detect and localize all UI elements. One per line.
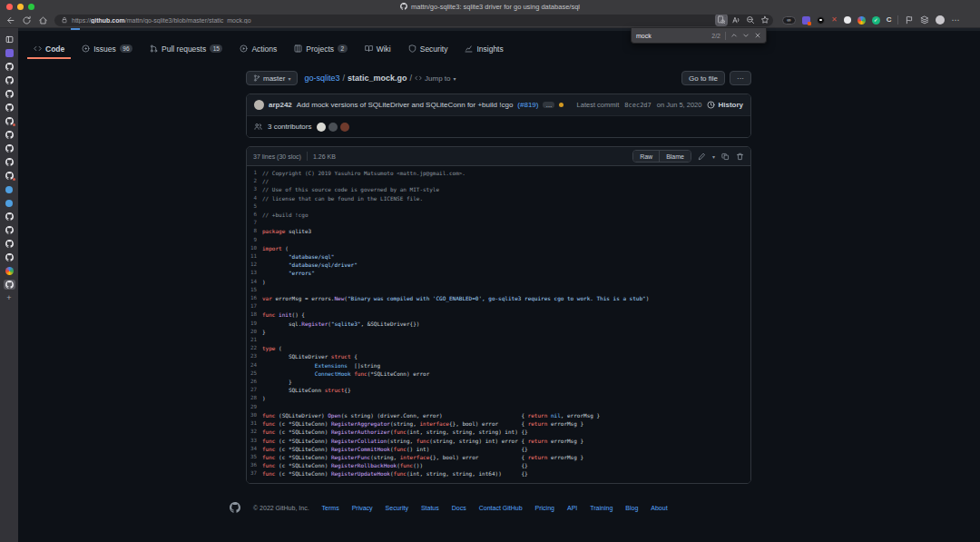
home-icon[interactable] [38, 15, 48, 25]
repo-tab-issues[interactable]: Issues96 [75, 40, 139, 59]
browser-tab-github[interactable] [4, 62, 15, 72]
new-tab-button[interactable]: + [4, 293, 15, 303]
collections-flag-icon[interactable] [905, 15, 914, 25]
line-number[interactable]: 8 [247, 227, 262, 235]
extension-icon[interactable]: C [887, 16, 892, 24]
browser-tab-github[interactable] [4, 225, 15, 235]
address-bar[interactable]: https://github.com/mattn/go-sqlite3/blob… [54, 15, 773, 26]
commit-ellipsis-badge[interactable]: … [543, 102, 554, 108]
history-link[interactable]: History [707, 101, 743, 109]
jump-to-control[interactable]: Jump to ▾ [415, 74, 456, 83]
find-bar[interactable]: mock 2/2 [631, 28, 767, 44]
browser-tab-github[interactable] [4, 89, 15, 99]
line-number[interactable]: 31 [247, 419, 262, 428]
contributor-avatar[interactable] [328, 123, 338, 132]
footer-link-about[interactable]: About [651, 505, 667, 511]
line-number[interactable]: 36 [247, 461, 262, 469]
line-number[interactable]: 37 [247, 469, 262, 478]
line-number[interactable]: 32 [247, 428, 262, 436]
browser-tab-github[interactable] [4, 212, 15, 222]
line-number[interactable]: 11 [247, 252, 262, 261]
footer-link-security[interactable]: Security [386, 505, 408, 511]
extension-icon[interactable]: ✕ [831, 16, 838, 24]
raw-button[interactable]: Raw [633, 151, 659, 162]
line-number[interactable]: 2 [247, 177, 262, 185]
footer-link-pricing[interactable]: Pricing [535, 505, 554, 511]
copy-icon[interactable] [721, 153, 730, 161]
footer-link-privacy[interactable]: Privacy [352, 505, 373, 511]
browser-tab-github[interactable] [4, 103, 15, 113]
line-number[interactable]: 18 [247, 310, 262, 319]
breadcrumb-repo-link[interactable]: go-sqlite3 [304, 74, 339, 83]
line-number[interactable]: 5 [247, 202, 262, 211]
line-number[interactable]: 4 [247, 194, 262, 202]
branch-selector-button[interactable]: master ▾ [246, 71, 298, 85]
footer-link-terms[interactable]: Terms [322, 505, 339, 511]
line-number[interactable]: 14 [247, 278, 262, 286]
delete-trash-icon[interactable] [736, 153, 744, 161]
commit-hash-link[interactable]: 8cec2d7 [624, 102, 652, 109]
line-number[interactable]: 7 [247, 219, 262, 227]
browser-tab-github-red[interactable] [4, 171, 15, 181]
go-to-file-button[interactable]: Go to file [681, 71, 725, 85]
extension-icon[interactable] [858, 16, 866, 25]
extension-icon[interactable] [844, 16, 851, 24]
line-number[interactable]: 10 [247, 244, 262, 252]
edit-pencil-icon[interactable] [698, 153, 706, 161]
browser-tab-github-red[interactable] [4, 116, 15, 126]
repo-tab-wiki[interactable]: Wiki [358, 40, 397, 59]
line-number[interactable]: 35 [247, 453, 262, 461]
footer-link-blog[interactable]: Blog [625, 505, 638, 511]
lock-icon[interactable] [61, 16, 68, 24]
line-number[interactable]: 22 [247, 344, 262, 352]
line-number[interactable]: 25 [247, 370, 262, 378]
extension-icon[interactable]: ✓ [872, 16, 880, 25]
refresh-icon[interactable] [22, 15, 32, 25]
layers-icon[interactable] [920, 15, 929, 25]
line-number[interactable]: 34 [247, 445, 262, 453]
find-on-page-icon[interactable] [717, 15, 726, 25]
profile-avatar[interactable] [936, 15, 945, 25]
line-number[interactable]: 9 [247, 236, 262, 244]
find-close-icon[interactable] [754, 32, 761, 39]
line-number[interactable]: 17 [247, 302, 262, 310]
commit-pr-link[interactable]: (#819) [517, 101, 538, 109]
more-options-button[interactable]: ··· [730, 71, 751, 85]
contributors-row[interactable]: 3 contributors [247, 115, 750, 137]
line-number[interactable]: 23 [247, 352, 262, 360]
find-previous-icon[interactable] [730, 32, 738, 39]
zoom-icon[interactable] [746, 15, 755, 25]
line-number[interactable]: 19 [247, 320, 262, 328]
line-number[interactable]: 24 [247, 361, 262, 370]
repo-tab-insights[interactable]: Insights [458, 40, 509, 59]
browser-tab-tab-overview[interactable] [4, 34, 15, 44]
line-number[interactable]: 15 [247, 286, 262, 294]
browser-tab-github-active[interactable] [4, 280, 15, 290]
footer-link-api[interactable]: API [567, 505, 577, 511]
favorite-star-icon[interactable] [760, 15, 769, 25]
footer-link-docs[interactable]: Docs [452, 505, 466, 511]
browser-tab-rainbow[interactable] [4, 266, 15, 276]
commit-message[interactable]: Add mock versions of SQLiteDriver and SQ… [297, 101, 514, 109]
contributor-avatar[interactable] [317, 123, 326, 132]
browser-menu-icon[interactable]: ⋯ [951, 15, 960, 25]
line-number[interactable]: 29 [247, 403, 262, 411]
extension-icon[interactable] [802, 16, 810, 25]
repo-tab-security[interactable]: Security [402, 40, 455, 59]
repo-tab-projects[interactable]: Projects2 [288, 40, 353, 59]
commit-author[interactable]: arp242 [269, 101, 292, 109]
browser-tab-github[interactable] [4, 130, 15, 140]
repo-tab-actions[interactable]: Actions [233, 40, 283, 59]
browser-tab-github[interactable] [4, 143, 15, 153]
footer-link-contact-github[interactable]: Contact GitHub [479, 505, 523, 511]
footer-link-status[interactable]: Status [421, 505, 439, 511]
blame-button[interactable]: Blame [659, 151, 691, 162]
browser-tab-app-purple[interactable] [4, 48, 15, 58]
browser-tab-github[interactable] [4, 252, 15, 262]
browser-tab-github[interactable] [4, 75, 15, 85]
footer-link-training[interactable]: Training [590, 505, 612, 511]
line-number[interactable]: 16 [247, 294, 262, 302]
line-number[interactable]: 27 [247, 386, 262, 394]
line-number[interactable]: 13 [247, 269, 262, 277]
extension-icon[interactable]: ∞ [782, 16, 796, 25]
